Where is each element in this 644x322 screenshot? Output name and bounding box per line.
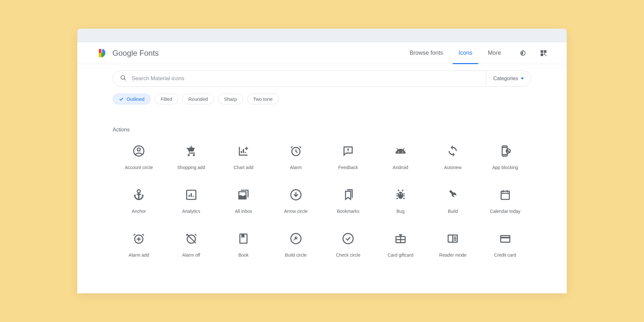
chip-outlined[interactable]: Outlined <box>113 94 151 104</box>
icon-autonew[interactable]: Autonew <box>427 145 479 170</box>
analytics-icon <box>185 189 197 201</box>
chip-sharp[interactable]: Sharp <box>218 94 243 104</box>
chart-add-icon <box>237 145 250 157</box>
bug-icon <box>394 189 407 201</box>
nav-browse-fonts[interactable]: Browse fonts <box>410 42 443 64</box>
arrow-circle-down-icon <box>290 189 302 201</box>
icon-account-circle[interactable]: Account circle <box>113 145 165 170</box>
svg-point-12 <box>137 190 141 193</box>
icon-reader-mode[interactable]: Reader mode <box>427 232 479 258</box>
check-icon <box>119 97 124 102</box>
app-window: Google Fonts Browse fonts Icons More <box>77 29 567 293</box>
logo-text: Google Fonts <box>112 49 159 58</box>
account-circle-icon <box>133 145 145 157</box>
search-bar: Categories <box>113 71 531 87</box>
icon-calendar-today[interactable]: Calendar today <box>479 189 532 214</box>
svg-rect-19 <box>501 191 509 199</box>
svg-rect-27 <box>501 236 510 242</box>
icon-all-inbox[interactable]: All inbox <box>217 189 270 214</box>
icon-app-blocking[interactable]: App blocking <box>479 145 532 170</box>
categories-dropdown[interactable]: Categories <box>486 71 531 86</box>
icon-grid: Account circle Shopping add Chart add Al… <box>113 145 531 258</box>
alarm-icon <box>290 145 302 157</box>
check-circle-icon <box>342 232 354 245</box>
icon-chart-add[interactable]: Chart add <box>217 145 270 170</box>
anchor-icon <box>133 189 145 201</box>
browser-chrome-bar <box>77 29 567 42</box>
svg-point-18 <box>401 193 402 194</box>
all-inbox-icon <box>237 189 250 201</box>
card-giftcard-icon <box>394 232 407 245</box>
icon-feedback[interactable]: Feedback <box>322 145 374 170</box>
search-input[interactable] <box>132 75 479 82</box>
alarm-add-icon <box>133 232 145 245</box>
content: Categories Outlined Filled Rounded Sharp… <box>77 64 567 293</box>
build-circle-icon <box>290 232 302 245</box>
icon-shopping-add[interactable]: Shopping add <box>165 145 218 170</box>
theme-toggle-icon[interactable] <box>519 49 527 57</box>
icon-card-giftcard[interactable]: Card giftcard <box>374 232 427 258</box>
main-nav: Browse fonts Icons More <box>410 42 501 64</box>
svg-rect-3 <box>544 53 545 55</box>
calendar-today-icon <box>499 189 511 201</box>
icon-credit-card[interactable]: Credit card <box>479 232 532 258</box>
chip-filled[interactable]: Filled <box>155 94 178 104</box>
svg-rect-2 <box>541 53 543 56</box>
header: Google Fonts Browse fonts Icons More <box>77 42 567 64</box>
book-icon <box>237 232 250 245</box>
google-fonts-logo-icon <box>98 48 108 58</box>
section-title-actions: Actions <box>113 127 531 133</box>
build-icon <box>447 189 459 201</box>
icon-android[interactable]: Android <box>374 145 427 170</box>
svg-point-9 <box>402 152 403 153</box>
credit-card-icon <box>499 232 511 245</box>
alarm-off-icon <box>185 232 197 245</box>
icon-build[interactable]: Build <box>427 189 479 214</box>
icon-alarm[interactable]: Alarm <box>270 145 322 170</box>
grid-view-icon[interactable] <box>540 49 547 57</box>
svg-rect-0 <box>541 50 543 53</box>
shopping-add-icon <box>185 145 197 157</box>
icon-alarm-off[interactable]: Alarm off <box>165 232 218 258</box>
svg-rect-4 <box>545 55 546 56</box>
dropdown-caret-icon <box>521 78 524 80</box>
icon-arrow-circle[interactable]: Arrow circle <box>270 189 322 214</box>
icon-check-circle[interactable]: Check circle <box>322 232 374 258</box>
icon-build-circle[interactable]: Build circle <box>270 232 322 258</box>
reader-mode-icon <box>447 232 459 245</box>
search-icon <box>120 75 127 82</box>
autorenew-icon <box>447 145 459 157</box>
svg-point-24 <box>343 233 353 244</box>
svg-rect-1 <box>544 50 546 53</box>
categories-label: Categories <box>493 76 518 81</box>
svg-point-17 <box>399 193 400 194</box>
android-icon <box>394 145 407 157</box>
svg-point-8 <box>398 152 399 153</box>
icon-anchor[interactable]: Anchor <box>113 189 165 214</box>
chip-rounded[interactable]: Rounded <box>182 94 214 104</box>
svg-point-6 <box>137 148 141 151</box>
icon-book[interactable]: Book <box>217 232 270 258</box>
nav-icons[interactable]: Icons <box>459 42 472 64</box>
icon-analytics[interactable]: Analytics <box>165 189 218 214</box>
icon-bookmarks[interactable]: Bookmarks <box>322 189 374 214</box>
style-chips: Outlined Filled Rounded Sharp Two tone <box>113 94 531 104</box>
icon-alarm-add[interactable]: Alarm add <box>113 232 165 258</box>
icon-bug[interactable]: Bug <box>374 189 427 214</box>
logo[interactable]: Google Fonts <box>98 48 159 58</box>
nav-more[interactable]: More <box>488 42 501 64</box>
app-blocking-icon <box>499 145 511 157</box>
bookmarks-icon <box>342 189 354 201</box>
feedback-icon <box>342 145 354 157</box>
svg-point-16 <box>398 192 403 199</box>
chip-twotone[interactable]: Two tone <box>247 94 279 104</box>
